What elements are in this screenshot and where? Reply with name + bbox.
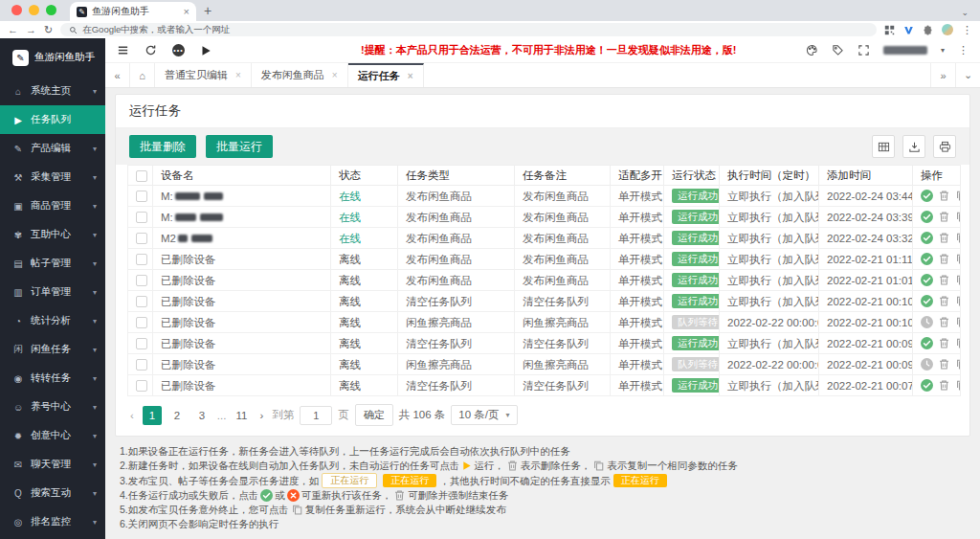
delete-task-icon[interactable] [938,253,950,265]
extension-v-icon[interactable] [903,25,914,35]
scroll-tabs-left-icon[interactable]: « [105,63,130,87]
more-menu-icon[interactable]: ⋮ [958,44,969,56]
delete-task-icon[interactable] [938,337,950,349]
row-checkbox[interactable] [136,191,147,202]
message-icon[interactable]: ••• [172,44,185,56]
sidebar-item-xianyu-tasks[interactable]: 闲闲鱼任务▾ [0,335,105,364]
collapse-menu-icon[interactable] [117,44,129,56]
sidebar-item-nurture[interactable]: ☺养号中心▾ [0,393,105,421]
page-number-3[interactable]: 3 [192,406,212,425]
new-tab-button[interactable]: + [204,3,212,18]
delete-task-icon[interactable] [938,232,950,244]
page-number-1[interactable]: 1 [143,406,162,425]
copy-task-icon[interactable] [955,295,961,307]
scheduled-clock-icon[interactable] [921,316,933,328]
row-checkbox[interactable] [136,275,147,286]
close-tab-icon[interactable]: × [408,71,413,81]
delete-task-icon[interactable] [938,274,950,286]
tab-actions-chevron-icon[interactable]: ⌄ [955,63,980,87]
tab-overflow-chevron-icon[interactable]: ⌄ [961,8,969,17]
scheduled-clock-icon[interactable] [921,358,933,371]
tab-1[interactable]: 普通宝贝编辑× [155,63,252,87]
row-checkbox[interactable] [136,317,147,328]
tab-3[interactable]: 运行任务× [348,63,424,87]
batch-run-button[interactable]: 批量运行 [206,135,273,158]
reload-icon[interactable]: ↻ [44,25,53,35]
sidebar-item-orders[interactable]: ▥订单管理▾ [0,278,105,306]
fullscreen-icon[interactable] [858,44,870,56]
theme-palette-icon[interactable] [806,44,818,56]
delete-task-icon[interactable] [938,211,950,223]
prev-page-icon[interactable]: ‹ [127,410,137,421]
close-tab-icon[interactable]: × [235,70,241,80]
refresh-icon[interactable] [145,44,157,56]
delete-task-icon[interactable] [938,379,950,392]
rerun-check-icon[interactable] [921,211,933,223]
sidebar-item-chat[interactable]: ✉聊天管理▾ [0,450,105,479]
profile-avatar[interactable] [942,24,953,35]
extensions-puzzle-icon[interactable] [923,25,933,35]
delete-task-icon[interactable] [938,316,950,328]
print-button[interactable] [933,135,956,158]
copy-task-icon[interactable] [955,211,961,223]
row-checkbox[interactable] [136,254,147,265]
batch-delete-button[interactable]: 批量删除 [129,135,196,158]
sidebar-item-collect[interactable]: ⚒采集管理▾ [0,163,105,191]
rerun-check-icon[interactable] [921,253,933,265]
minimize-window-button[interactable] [29,5,39,15]
sidebar-item-product-edit[interactable]: ✎产品编辑▾ [0,134,105,163]
copy-task-icon[interactable] [955,274,961,286]
row-checkbox[interactable] [136,338,147,349]
copy-task-icon[interactable] [955,232,961,244]
copy-task-icon[interactable] [955,379,961,392]
forward-icon[interactable]: → [26,25,36,35]
copy-task-icon[interactable] [955,337,961,349]
rerun-check-icon[interactable] [921,190,933,202]
browser-tab[interactable]: ✎ 鱼游闲鱼助手 × [70,2,196,21]
copy-task-icon[interactable] [955,253,961,265]
maximize-window-button[interactable] [46,5,56,15]
sidebar-item-posts[interactable]: ▤帖子管理▾ [0,249,105,278]
window-controls[interactable] [11,5,56,15]
close-window-button[interactable] [11,5,22,15]
sidebar-item-home[interactable]: ⌂系统主页▾ [0,77,105,105]
copy-task-icon[interactable] [955,316,961,328]
row-checkbox[interactable] [136,233,147,244]
tab-2[interactable]: 发布闲鱼商品× [252,63,348,87]
page-number-2[interactable]: 2 [167,406,187,425]
address-bar[interactable]: 在Google中搜索，或者输入一个网址 [60,23,877,36]
home-tab-icon[interactable]: ⌂ [130,63,155,87]
rerun-check-icon[interactable] [921,295,933,307]
jump-page-input[interactable] [300,406,332,425]
close-tab-icon[interactable]: × [184,6,189,17]
rerun-check-icon[interactable] [921,379,933,392]
rerun-check-icon[interactable] [921,232,933,244]
user-menu-chevron-icon[interactable]: ▾ [941,46,945,55]
delete-task-icon[interactable] [938,295,950,307]
close-tab-icon[interactable]: × [332,70,338,80]
scroll-tabs-right-icon[interactable]: » [930,63,955,87]
sidebar-item-goods[interactable]: ▣商品管理▾ [0,191,105,220]
delete-task-icon[interactable] [938,358,950,371]
export-button[interactable] [902,135,925,158]
sidebar-item-rank[interactable]: ◎排名监控▾ [0,507,105,536]
row-checkbox[interactable] [136,212,147,223]
copy-task-icon[interactable] [955,358,961,371]
confirm-jump-button[interactable]: 确定 [355,404,393,426]
sidebar-item-task-queue[interactable]: ▶任务队列 [0,105,105,134]
delete-task-icon[interactable] [938,190,950,202]
sidebar-item-zhuanzhuan[interactable]: ◉转转任务▾ [0,364,105,393]
rerun-check-icon[interactable] [921,274,933,286]
per-page-select[interactable]: 10 条/页▾ [451,405,517,425]
row-checkbox[interactable] [136,380,147,392]
filter-columns-button[interactable] [872,135,895,158]
select-all-checkbox[interactable] [136,170,147,182]
back-icon[interactable]: ← [8,25,18,35]
tag-icon[interactable] [832,44,844,56]
sidebar-item-mutual-help[interactable]: ✾互助中心▾ [0,220,105,249]
next-page-icon[interactable]: › [256,410,266,421]
qr-code-icon[interactable] [884,25,895,35]
browser-menu-icon[interactable]: ⋮ [962,24,972,36]
sidebar-item-idea[interactable]: ✹创意中心▾ [0,421,105,450]
rerun-check-icon[interactable] [921,337,933,349]
